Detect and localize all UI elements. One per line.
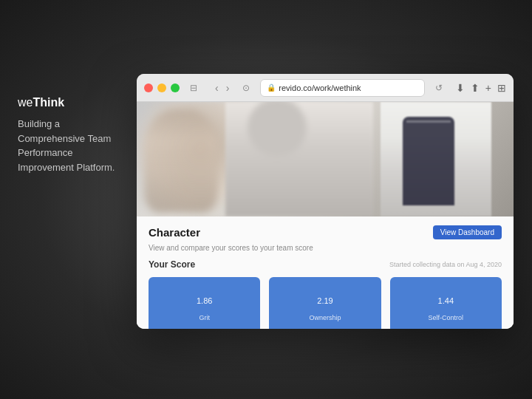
traffic-lights — [144, 83, 180, 92]
brand-name: weThink — [18, 96, 125, 109]
content-section: Character View Dashboard View and compar… — [137, 216, 514, 329]
share-icon[interactable]: ⬆ — [471, 82, 480, 94]
view-dashboard-button[interactable]: View Dashboard — [433, 225, 502, 239]
score-value: 1.44 — [438, 296, 454, 305]
lock-icon: 🔒 — [267, 83, 276, 92]
download-icon[interactable]: ⬇ — [456, 82, 465, 94]
character-header: Character View Dashboard — [149, 225, 502, 239]
traffic-light-green[interactable] — [171, 83, 180, 92]
collecting-info: Started collecting data on Aug 4, 2020 — [389, 261, 502, 268]
player-center — [225, 102, 373, 216]
subtitle-text: ew and compare your scores to your team … — [155, 244, 313, 252]
browser-toolbar: ⊟ ‹ › ⊙ 🔒 revido.co/work/wethink ↺ ⬇ ⬆ +… — [137, 74, 514, 102]
jersey-stripe — [403, 117, 454, 205]
score-card: 2.19 Ownership — [269, 277, 381, 329]
score-card: 1.44 Self-Control — [390, 277, 502, 329]
brand-suffix: Think — [33, 96, 64, 109]
character-title-prefix: C — [149, 226, 157, 239]
score-value: 2.19 — [317, 296, 332, 305]
address-bar[interactable]: 🔒 revido.co/work/wethink — [260, 79, 424, 97]
score-label: Grit — [199, 314, 210, 321]
back-button[interactable]: ‹ — [212, 81, 222, 95]
brand-prefix: we — [18, 96, 33, 109]
traffic-light-yellow[interactable] — [157, 83, 166, 92]
tabs-icon[interactable]: ⊞ — [497, 82, 506, 94]
score-label: Self-Control — [429, 314, 464, 321]
toolbar-actions: ⬇ ⬆ + ⊞ — [456, 82, 506, 94]
browser-window: ⊟ ‹ › ⊙ 🔒 revido.co/work/wethink ↺ ⬇ ⬆ +… — [137, 74, 514, 329]
browser-content: Character View Dashboard View and compar… — [137, 102, 514, 329]
tagline: Building a Comprehensive Team Performanc… — [18, 117, 125, 174]
character-title-text: haracter — [157, 226, 200, 239]
nav-buttons: ‹ › — [212, 81, 232, 95]
tab-switcher-icon[interactable]: ⊟ — [185, 80, 202, 96]
character-subtitle: View and compare your scores to your tea… — [149, 244, 502, 252]
character-title: Character — [149, 226, 200, 239]
your-score-label: Your Score — [149, 259, 195, 270]
left-panel: weThink Building a Comprehensive Team Pe… — [18, 96, 125, 174]
score-card: 1.86 Grit — [149, 277, 260, 329]
extension-icon[interactable]: ⊙ — [238, 80, 254, 96]
forward-button[interactable]: › — [223, 81, 233, 95]
hero-image — [137, 102, 514, 216]
score-value: 1.86 — [197, 296, 212, 305]
reload-icon[interactable]: ↺ — [431, 80, 447, 96]
url-text: revido.co/work/wethink — [279, 83, 361, 92]
new-tab-icon[interactable]: + — [485, 82, 491, 94]
score-cards: 1.86 Grit 2.19 Ownership 1.44 Self-Contr… — [149, 277, 502, 329]
traffic-light-red[interactable] — [144, 83, 153, 92]
player-right — [381, 102, 491, 216]
score-header: Your Score Started collecting data on Au… — [149, 259, 502, 270]
subtitle-prefix: Vi — [149, 244, 155, 252]
score-label: Ownership — [309, 314, 341, 321]
